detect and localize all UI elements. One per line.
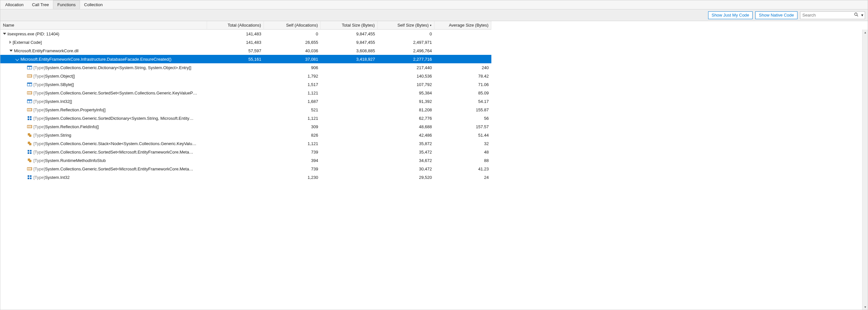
row-name-label: System.Collections.Generic.SortedSet<Mic…	[45, 150, 193, 154]
col-header-name[interactable]: Name	[0, 21, 207, 30]
cell-self-size: 107,792	[378, 80, 434, 89]
col-header-self-alloc[interactable]: Self (Allocations)	[264, 21, 321, 30]
col-header-total-alloc[interactable]: Total (Allocations)	[207, 21, 264, 30]
row-name-label: System.String	[45, 133, 71, 138]
vertical-scrollbar[interactable]: ▴ ▾	[862, 30, 868, 310]
cell-total-alloc	[207, 131, 264, 139]
type-prefix-label: [Type]	[33, 141, 45, 146]
cell-avg-size: 56	[434, 114, 491, 123]
cell-avg-size: 78.42	[434, 72, 491, 80]
cell-total-size: 3,418,927	[321, 55, 378, 63]
cell-total-alloc	[207, 80, 264, 89]
svg-rect-41	[28, 178, 29, 179]
cell-avg-size	[434, 30, 491, 38]
cell-avg-size	[434, 38, 491, 46]
svg-rect-23	[28, 116, 29, 118]
cell-name: [Type] System.Object[]	[0, 72, 207, 80]
cell-total-size: 9,847,455	[321, 38, 378, 46]
cell-self-size: 140,536	[378, 72, 434, 80]
cell-self-size: 0	[378, 30, 434, 38]
cell-total-size	[321, 89, 378, 97]
col-header-avg-size[interactable]: Average Size (Bytes)	[434, 21, 491, 30]
svg-rect-34	[30, 152, 32, 154]
cell-self-alloc: 1,230	[264, 173, 321, 181]
cell-self-alloc: 1,121	[264, 114, 321, 123]
cell-self-alloc: 0	[264, 30, 321, 38]
cell-avg-size: 51.44	[434, 131, 491, 139]
cell-self-size: 95,384	[378, 89, 434, 97]
cell-self-size: 29,520	[378, 173, 434, 181]
cell-name: iisexpress.exe (PID: 11404)	[0, 30, 207, 38]
struct-type-icon	[27, 65, 32, 70]
svg-rect-26	[30, 118, 32, 120]
cell-total-alloc	[207, 114, 264, 123]
cell-name: [Type] System.RuntimeMethodInfoStub	[0, 156, 207, 165]
col-header-self-size[interactable]: Self Size (Bytes)▾	[378, 21, 434, 30]
cell-self-alloc: 40,036	[264, 46, 321, 55]
col-header-label: Self (Allocations)	[286, 23, 318, 28]
cell-total-alloc: 141,483	[207, 38, 264, 46]
svg-rect-42	[30, 178, 32, 179]
type-prefix-label: [Type]	[33, 150, 45, 154]
cell-name: [Type] System.Collections.Generic.Sorted…	[0, 148, 207, 156]
cell-self-alloc: 309	[264, 123, 321, 131]
cell-avg-size: 85.09	[434, 89, 491, 97]
cell-avg-size: 24	[434, 173, 491, 181]
svg-rect-17	[27, 100, 32, 101]
search-dropdown-icon[interactable]: ▾	[860, 12, 864, 19]
col-header-label: Total Size (Bytes)	[342, 23, 375, 28]
cell-name: [Type] System.SByte[]	[0, 80, 207, 89]
type-prefix-label: [Type]	[33, 116, 45, 121]
tab-call-tree[interactable]: Call Tree	[28, 0, 53, 9]
cell-self-alloc: 1,687	[264, 97, 321, 105]
row-name-label: System.Int32	[45, 175, 69, 180]
search-input[interactable]	[800, 11, 865, 19]
tree-expander-icon[interactable]	[15, 57, 19, 61]
scroll-up-icon[interactable]: ▴	[863, 30, 868, 35]
col-header-label: Average Size (Bytes)	[449, 23, 489, 28]
cell-self-size: 2,277,716	[378, 55, 434, 63]
cell-name: [Type] System.Int32[]	[0, 97, 207, 105]
cell-avg-size	[434, 46, 491, 55]
cell-avg-size	[434, 55, 491, 63]
cell-total-size	[321, 123, 378, 131]
tab-label: Functions	[57, 2, 75, 7]
cell-total-size	[321, 173, 378, 181]
row-name-label: System.Collections.Generic.Stack<Node<Sy…	[45, 141, 196, 146]
cell-total-alloc	[207, 63, 264, 72]
type-prefix-label: [Type]	[33, 133, 45, 138]
row-name-label: System.Int32[]	[45, 99, 72, 104]
cell-total-alloc	[207, 148, 264, 156]
cell-self-alloc: 826	[264, 131, 321, 139]
cell-avg-size: 54.17	[434, 97, 491, 105]
cell-self-alloc: 37,081	[264, 55, 321, 63]
tree-expander-icon[interactable]	[9, 41, 11, 44]
cell-self-size: 217,440	[378, 63, 434, 72]
show-native-code-button[interactable]: Show Native Code	[755, 11, 798, 19]
cell-total-size	[321, 63, 378, 72]
cell-name: [Type] System.Reflection.FieldInfo[]	[0, 123, 207, 131]
cell-total-size	[321, 156, 378, 165]
tab-allocation[interactable]: Allocation	[1, 0, 28, 9]
cell-total-alloc: 57,597	[207, 46, 264, 55]
sort-indicator-icon: ▾	[430, 24, 432, 27]
tab-collection[interactable]: Collection	[80, 0, 107, 9]
tree-expander-icon[interactable]	[3, 33, 6, 35]
show-just-my-code-button[interactable]: Show Just My Code	[708, 11, 753, 19]
cell-total-size	[321, 72, 378, 80]
type-prefix-label: [Type]	[33, 99, 45, 104]
cell-self-alloc: 1,121	[264, 89, 321, 97]
scroll-down-icon[interactable]: ▾	[863, 304, 868, 310]
class-type-icon	[27, 158, 32, 163]
tab-bar: Allocation Call Tree Functions Collectio…	[0, 0, 868, 9]
class2-type-icon	[27, 149, 32, 154]
cell-total-size	[321, 114, 378, 123]
tree-expander-icon[interactable]	[9, 50, 13, 51]
col-header-total-size[interactable]: Total Size (Bytes)	[321, 21, 378, 30]
tab-functions[interactable]: Functions	[53, 0, 80, 9]
cell-total-alloc	[207, 89, 264, 97]
cell-self-size: 2,497,971	[378, 38, 434, 46]
cell-self-alloc: 1,121	[264, 139, 321, 148]
cell-total-size	[321, 97, 378, 105]
svg-rect-24	[30, 116, 32, 118]
